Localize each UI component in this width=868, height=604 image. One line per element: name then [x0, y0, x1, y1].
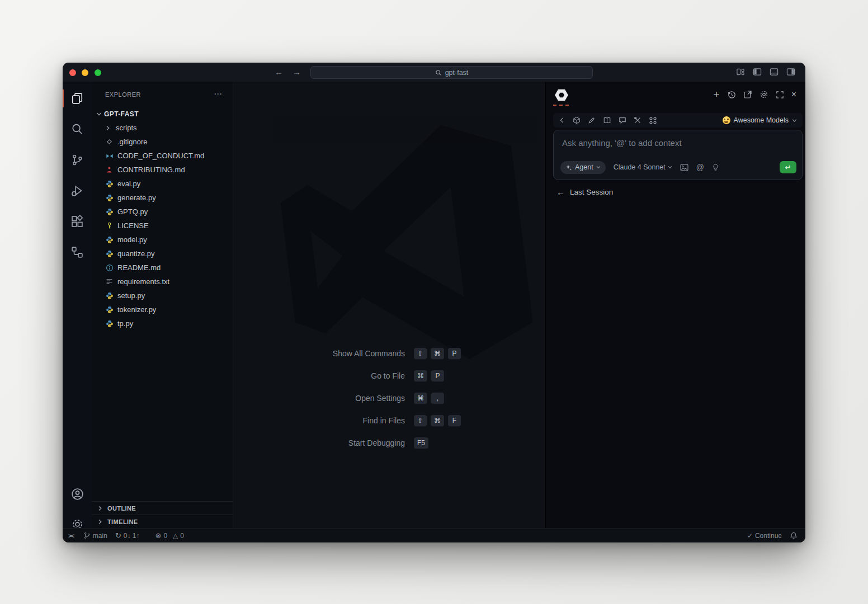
send-button[interactable]: ↵	[780, 161, 796, 173]
tree-item-file[interactable]: requirements.txt	[92, 275, 233, 289]
customize-layout-icon[interactable]	[736, 68, 745, 76]
tree-item-file[interactable]: README.md	[92, 261, 233, 275]
zoom-window-button[interactable]	[95, 69, 101, 76]
history-icon[interactable]	[727, 90, 736, 99]
model-select-dropdown[interactable]: Claude 4 Sonnet	[614, 163, 672, 171]
tree-item-folder[interactable]: scripts	[92, 121, 233, 135]
command-center-text: gpt-fast	[445, 69, 469, 77]
arrow-left-icon: ←	[556, 187, 565, 197]
tree-item-file[interactable]: tokenizer.py	[92, 303, 233, 317]
minimize-window-button[interactable]	[82, 69, 88, 76]
account-button[interactable]	[63, 483, 92, 505]
agent-mode-dropdown[interactable]: Agent	[560, 161, 606, 174]
tree-item-file[interactable]: tp.py	[92, 317, 233, 331]
toggle-panel-icon[interactable]	[770, 68, 779, 76]
model-menu-dropdown[interactable]: Awesome Models	[723, 116, 797, 124]
file-name: GPTQ.py	[117, 207, 148, 216]
tree-item-file[interactable]: LICENSE	[92, 219, 233, 233]
tree-item-file[interactable]: GPTQ.py	[92, 205, 233, 219]
tree-item-file[interactable]: CONTRIBUTING.md	[92, 163, 233, 177]
key-cmd: ⌘	[431, 415, 444, 427]
search-icon	[71, 123, 83, 135]
python-icon	[105, 249, 114, 258]
key-f5: F5	[414, 437, 428, 449]
tree-item-file[interactable]: .gitignore	[92, 135, 233, 149]
editor-area: Show All Commands ⇧⌘P Go to File ⌘P Open…	[233, 82, 545, 528]
chat-input[interactable]: Ask anything, '@' to add context Agent C…	[553, 130, 803, 180]
tree-item-file[interactable]: quantize.py	[92, 247, 233, 261]
key-cmd: ⌘	[431, 348, 444, 360]
file-name: .gitignore	[117, 138, 147, 146]
text-lines-icon	[105, 277, 114, 286]
search-icon	[435, 69, 442, 76]
file-name: tp.py	[117, 319, 133, 328]
file-name: CONTRIBUTING.md	[117, 166, 185, 174]
new-chat-icon[interactable]: +	[714, 91, 720, 98]
git-branch-indicator[interactable]: main	[83, 532, 107, 540]
shortcut-label: Open Settings	[233, 394, 405, 403]
sidebar-item-explorer[interactable]	[63, 87, 92, 110]
continue-status-item[interactable]: ✓ Continue	[747, 532, 782, 540]
explorer-title: EXPLORER	[105, 91, 141, 98]
command-center-search[interactable]: gpt-fast	[310, 66, 593, 79]
tree-item-file[interactable]: setup.py	[92, 289, 233, 303]
tree-item-file[interactable]: eval.py	[92, 177, 233, 191]
sidebar-item-run-debug[interactable]	[63, 180, 92, 202]
sidebar-item-search[interactable]	[63, 118, 92, 140]
explorer-root-folder[interactable]: GPT-FAST	[92, 107, 233, 120]
sync-changes-indicator[interactable]: ↻ 0↓ 1↑	[115, 531, 140, 540]
sync-counts: 0↓ 1↑	[124, 532, 140, 540]
navigate-forward-button[interactable]: →	[293, 67, 301, 77]
close-icon[interactable]: ×	[791, 90, 796, 99]
problems-indicator[interactable]: ⊗ 0 △ 0	[155, 531, 184, 540]
edit-pencil-icon[interactable]	[588, 116, 596, 124]
explorer-icon	[71, 92, 83, 105]
expand-icon[interactable]	[776, 91, 784, 99]
key-p: P	[448, 348, 461, 360]
comment-icon[interactable]	[619, 116, 626, 124]
navigate-back-button[interactable]: ←	[275, 67, 283, 77]
docs-book-icon[interactable]	[603, 116, 611, 124]
lightbulb-icon	[712, 163, 719, 171]
notifications-bell-button[interactable]	[790, 532, 798, 540]
outline-section-header[interactable]: OUTLINE	[92, 501, 233, 515]
sidebar-item-references[interactable]	[63, 241, 92, 263]
toggle-primary-sidebar-icon[interactable]	[753, 68, 762, 76]
root-folder-name: GPT-FAST	[104, 110, 139, 118]
remote-indicator[interactable]: ><	[68, 532, 76, 539]
file-name: requirements.txt	[117, 277, 169, 286]
tree-item-file[interactable]: generate.py	[92, 191, 233, 205]
mention-context-button[interactable]: @	[696, 163, 704, 172]
open-in-editor-icon[interactable]	[743, 90, 752, 99]
shortcut-label: Show All Commands	[233, 349, 405, 358]
key-cmd: ⌘	[414, 393, 427, 404]
key-comma: ,	[431, 393, 444, 404]
error-count: 0	[163, 532, 167, 540]
sidebar-item-source-control[interactable]	[63, 149, 92, 171]
tools-icon[interactable]	[634, 116, 641, 124]
close-window-button[interactable]	[69, 69, 76, 76]
sync-icon: ↻	[115, 531, 121, 540]
last-session-link[interactable]: ← Last Session	[556, 187, 613, 197]
sidebar-item-extensions[interactable]	[63, 210, 92, 233]
warning-count: 0	[180, 532, 184, 540]
ai-chat-panel: + × Awesome Models Ask anything, '@' to …	[545, 82, 805, 528]
settings-gear-icon[interactable]	[760, 90, 768, 99]
toggle-secondary-sidebar-icon[interactable]	[786, 68, 795, 76]
back-chevron-icon[interactable]	[559, 117, 565, 124]
more-actions-icon[interactable]: ⋯	[214, 89, 223, 99]
chevron-right-icon	[96, 518, 104, 526]
timeline-section-header[interactable]: TIMELINE	[92, 515, 233, 528]
apps-grid-icon[interactable]	[649, 116, 657, 125]
model-select-label: Claude 4 Sonnet	[614, 163, 666, 171]
shortcut-label: Find in Files	[233, 416, 405, 425]
tree-item-file[interactable]: model.py	[92, 233, 233, 247]
image-icon	[680, 164, 688, 171]
attach-image-button[interactable]	[680, 164, 688, 171]
file-tree: scripts .gitignore CODE_OF_CONDUCT.md CO…	[92, 121, 233, 331]
explorer-sidebar: EXPLORER ⋯ GPT-FAST scripts .gitignore C…	[92, 82, 233, 528]
tree-item-file[interactable]: CODE_OF_CONDUCT.md	[92, 149, 233, 163]
error-icon: ⊗	[155, 531, 161, 540]
suggestions-button[interactable]	[712, 163, 719, 171]
package-cube-icon[interactable]	[573, 116, 581, 124]
